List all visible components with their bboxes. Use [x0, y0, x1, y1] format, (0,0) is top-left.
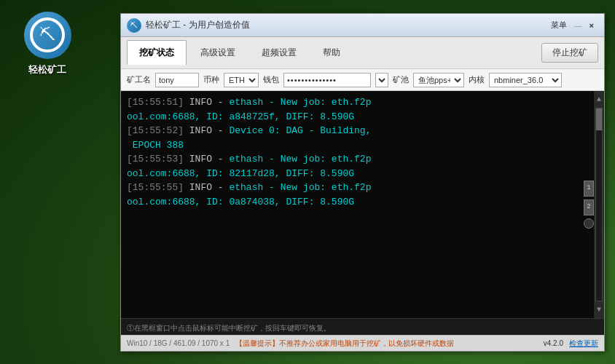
terminal-scrollbar[interactable]: ▲ ▼ [594, 91, 604, 318]
miner-name-label: 矿工名 [127, 74, 151, 85]
side-btn-1[interactable]: 1 [584, 181, 594, 197]
core-select[interactable]: nbminer_36.0 [489, 73, 562, 87]
wallet-label: 钱包 [263, 74, 279, 85]
side-buttons: 1 2 [584, 181, 594, 229]
scroll-up-arrow[interactable]: ▲ [594, 92, 604, 106]
app-icon-label: 轻松矿工 [28, 63, 66, 76]
log-line-4: [15:55:55] INFO - ethash - New job: eth.… [127, 181, 587, 209]
log-line-2: [15:55:52] INFO - Device 0: DAG - Buildi… [127, 124, 587, 152]
core-label: 内核 [469, 74, 485, 85]
log-ts-4: [15:55:55] [127, 182, 184, 193]
version-label: v4.2.0 [544, 339, 563, 347]
coin-select[interactable]: ETH [224, 73, 259, 87]
log-ts-2: [15:55:52] [127, 125, 184, 136]
side-btn-3[interactable] [584, 218, 594, 229]
title-controls: 菜单 — × [547, 18, 598, 32]
scroll-thumb[interactable] [596, 108, 602, 130]
app-icon-image [24, 12, 71, 59]
coin-label: 币种 [203, 74, 219, 85]
terminal-content: [15:55:51] INFO - ethash - New job: eth.… [127, 95, 587, 209]
terminal-hint: ①在黑框窗口中点击鼠标标可能中断挖矿，按回车键即可恢复。 [127, 324, 331, 332]
stop-mining-button[interactable]: 停止挖矿 [541, 43, 598, 63]
pool-select[interactable]: 鱼池pps+ [413, 73, 464, 87]
pool-label: 矿池 [393, 74, 409, 85]
wallet-input[interactable] [283, 73, 371, 87]
log-line-1: [15:55:51] INFO - ethash - New job: eth.… [127, 95, 587, 124]
title-left: ⛏ 轻松矿工 - 为用户创造价值 [127, 18, 250, 33]
main-window: ⛏ 轻松矿工 - 为用户创造价值 菜单 — × 挖矿状态 高级设置 超频设置 帮… [120, 13, 605, 352]
wallet-select[interactable]: ▼ [375, 73, 388, 87]
log-line-3: [15:55:53] INFO - ethash - New job: eth.… [127, 152, 587, 181]
update-link[interactable]: 检查更新 [569, 339, 598, 349]
warning-text: 【温馨提示】不推荐办公或家用电脑用于挖矿，以免损坏硬件或数据 [235, 339, 454, 349]
tab-super-settings[interactable]: 超频设置 [249, 40, 309, 66]
miner-name-input[interactable] [155, 73, 199, 87]
tab-advanced-settings[interactable]: 高级设置 [188, 40, 248, 66]
app-title-icon: ⛏ [127, 18, 141, 33]
terminal-hint-bar: ①在黑框窗口中点击鼠标标可能中断挖矿，按回车键即可恢复。 [121, 318, 604, 335]
log-ts-1: [15:55:51] [127, 97, 184, 108]
sys-info: Win10 / 18G / 461.09 / 1070 x 1 [127, 339, 230, 347]
close-button[interactable]: × [585, 20, 598, 31]
fields-row: 矿工名 币种 ETH 钱包 ▼ 矿池 鱼池pps+ 内核 nbminer_36.… [121, 69, 604, 91]
terminal-area: ▲ ▼ [15:55:51] INFO - ethash - New job: … [121, 91, 604, 318]
log-ts-3: [15:55:53] [127, 154, 184, 165]
title-bar: ⛏ 轻松矿工 - 为用户创造价值 菜单 — × [121, 14, 604, 37]
tab-help[interactable]: 帮助 [310, 40, 353, 66]
menu-button[interactable]: 菜单 [547, 18, 571, 32]
toolbar: 挖矿状态 高级设置 超频设置 帮助 停止挖矿 [121, 37, 604, 69]
title-separator: — [574, 21, 582, 30]
app-icon: 轻松矿工 [7, 7, 87, 80]
window-title: 轻松矿工 - 为用户创造价值 [146, 19, 250, 31]
scroll-down-arrow[interactable]: ▼ [594, 303, 604, 317]
status-bar: Win10 / 18G / 461.09 / 1070 x 1 【温馨提示】不推… [121, 335, 604, 351]
scroll-track[interactable] [595, 108, 603, 301]
side-btn-2[interactable]: 2 [584, 199, 594, 215]
tab-mining-status[interactable]: 挖矿状态 [127, 40, 187, 66]
